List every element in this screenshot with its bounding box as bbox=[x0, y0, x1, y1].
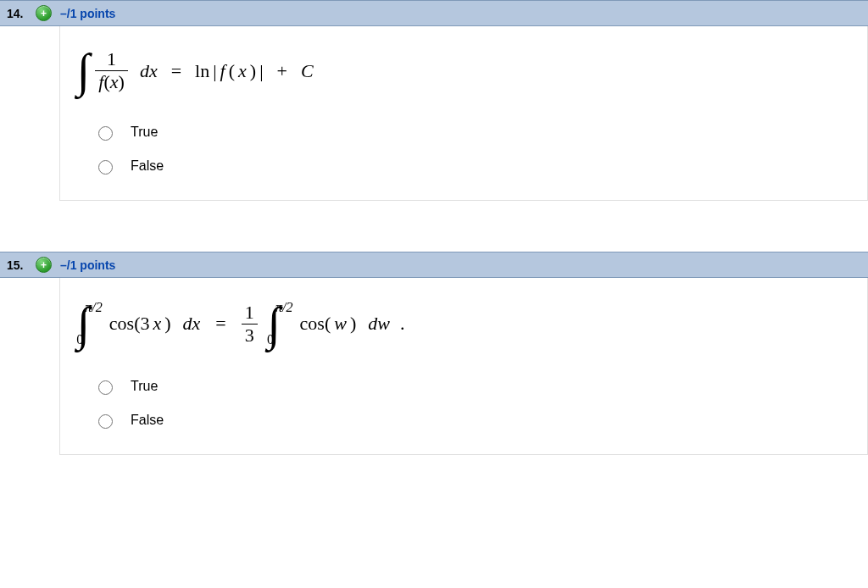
integral-limits: π/2 0 bbox=[85, 302, 102, 346]
question-header: 15. + –/1 points bbox=[0, 252, 868, 278]
upper-limit: π/2 bbox=[275, 300, 292, 315]
question-body: ∫ π/2 0 cos(3x) dx = 1 3 ∫ π/2 0 bbox=[59, 278, 868, 455]
lower-limit: 0 bbox=[76, 332, 83, 347]
question-header: 14. + –/1 points bbox=[0, 0, 868, 26]
equation: ∫ π/2 0 cos(3x) dx = 1 3 ∫ π/2 0 bbox=[60, 295, 867, 361]
question-body: ∫ 1 f(x) dx = ln|f(x)| + C True bbox=[59, 26, 868, 201]
period: . bbox=[400, 313, 405, 335]
option-true[interactable]: True bbox=[94, 115, 867, 149]
var-w: w bbox=[334, 313, 347, 335]
ln: ln bbox=[195, 60, 209, 82]
plus: + bbox=[277, 60, 287, 82]
fraction-den: f(x) bbox=[95, 70, 128, 92]
equals: = bbox=[215, 313, 225, 335]
close-paren: ) bbox=[164, 313, 170, 335]
question-number: 14. bbox=[7, 7, 27, 20]
abs-bar: | bbox=[259, 60, 263, 82]
equation: ∫ 1 f(x) dx = ln|f(x)| + C bbox=[60, 43, 867, 107]
options: True False bbox=[60, 107, 867, 183]
fx-x: x bbox=[110, 71, 119, 92]
close-paren: ) bbox=[350, 313, 356, 335]
res-x: x bbox=[238, 60, 247, 82]
option-label: False bbox=[131, 158, 164, 174]
option-label: True bbox=[131, 379, 158, 394]
res-f: f bbox=[220, 60, 225, 82]
fraction-den: 3 bbox=[242, 324, 258, 345]
radio-true[interactable] bbox=[98, 126, 113, 141]
points-label: –/1 points bbox=[60, 258, 115, 272]
question-14: 14. + –/1 points ∫ 1 f(x) dx = ln|f(x)| … bbox=[0, 0, 868, 201]
dx: dx bbox=[183, 313, 201, 335]
var-x: x bbox=[153, 313, 161, 335]
options: True False bbox=[60, 361, 867, 437]
upper-limit: π/2 bbox=[85, 300, 102, 315]
fraction: 1 3 bbox=[242, 303, 258, 345]
integral-limits: π/2 0 bbox=[275, 302, 292, 346]
cos: cos( bbox=[300, 313, 331, 335]
question-number: 15. bbox=[7, 258, 27, 272]
plus-icon[interactable]: + bbox=[36, 5, 52, 21]
dx: dx bbox=[140, 60, 158, 82]
plus-icon[interactable]: + bbox=[36, 257, 52, 273]
option-false[interactable]: False bbox=[94, 403, 867, 437]
option-false[interactable]: False bbox=[94, 149, 867, 183]
lower-limit: 0 bbox=[267, 332, 274, 347]
cos-3: cos(3 bbox=[109, 313, 150, 335]
radio-false[interactable] bbox=[98, 414, 113, 429]
integral-symbol: ∫ bbox=[77, 54, 90, 87]
constant-c: C bbox=[301, 60, 314, 82]
option-label: True bbox=[131, 125, 158, 140]
option-true[interactable]: True bbox=[94, 369, 867, 403]
abs-bar: | bbox=[213, 60, 216, 82]
points-label: –/1 points bbox=[60, 7, 115, 20]
fraction: 1 f(x) bbox=[95, 50, 128, 92]
def-integral-right: ∫ π/2 0 bbox=[268, 302, 297, 346]
fraction-num: 1 bbox=[103, 50, 120, 70]
def-integral-left: ∫ π/2 0 bbox=[77, 302, 106, 346]
radio-true[interactable] bbox=[98, 380, 113, 395]
option-label: False bbox=[131, 413, 164, 428]
fraction-num: 1 bbox=[242, 303, 258, 324]
dw: dw bbox=[368, 313, 390, 335]
equals: = bbox=[171, 60, 181, 82]
question-15: 15. + –/1 points ∫ π/2 0 cos(3x) dx = 1 … bbox=[0, 252, 868, 455]
radio-false[interactable] bbox=[98, 160, 113, 175]
